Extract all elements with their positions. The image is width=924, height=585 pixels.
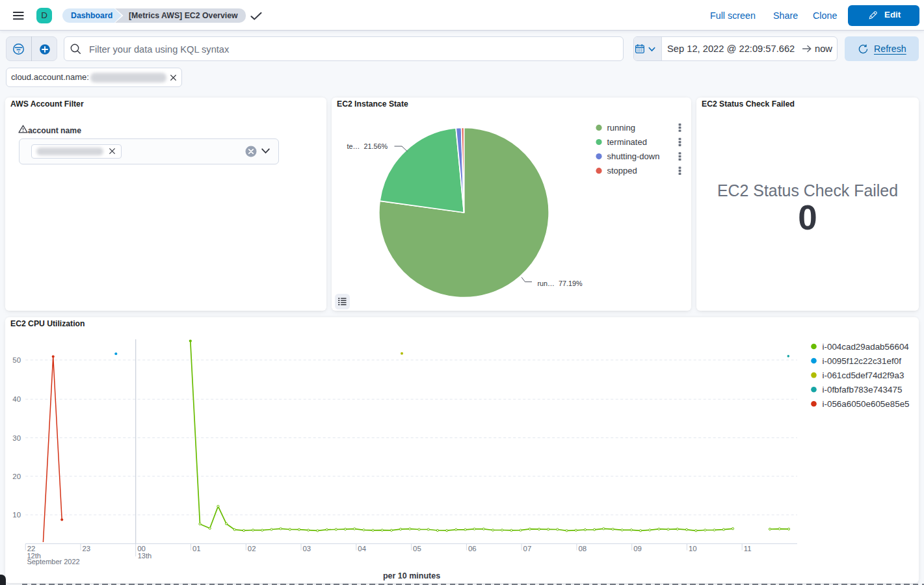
svg-text:September 2022: September 2022 <box>27 558 79 566</box>
svg-text:i-0fbfafb783e743475: i-0fbfafb783e743475 <box>823 385 903 395</box>
svg-text:30: 30 <box>12 434 21 442</box>
svg-text:i-061cd5def74d2f9a3: i-061cd5def74d2f9a3 <box>823 370 904 380</box>
svg-text:13th: 13th <box>138 552 152 560</box>
svg-text:50: 50 <box>12 356 21 364</box>
svg-text:01: 01 <box>192 545 201 552</box>
svg-text:per 10 minutes: per 10 minutes <box>383 571 440 580</box>
svg-text:10: 10 <box>12 511 21 519</box>
svg-text:07: 07 <box>523 545 532 552</box>
svg-text:23: 23 <box>83 545 91 552</box>
svg-text:00: 00 <box>137 545 146 552</box>
svg-text:te… 21.56%: te… 21.56% <box>347 142 388 150</box>
svg-text:20: 20 <box>12 473 21 480</box>
svg-text:09: 09 <box>633 545 642 552</box>
svg-text:02: 02 <box>248 545 256 552</box>
svg-text:22: 22 <box>27 545 36 552</box>
svg-text:40: 40 <box>12 395 21 403</box>
svg-text:10: 10 <box>689 545 697 552</box>
svg-text:i-0095f12c22c31ef0f: i-0095f12c22c31ef0f <box>823 356 902 366</box>
svg-text:terminated: terminated <box>607 137 647 147</box>
svg-text:stopped: stopped <box>607 166 637 176</box>
svg-text:03: 03 <box>303 545 311 552</box>
svg-text:08: 08 <box>578 545 587 552</box>
svg-text:06: 06 <box>468 545 477 552</box>
svg-text:05: 05 <box>413 545 421 552</box>
svg-text:shutting-down: shutting-down <box>607 151 660 161</box>
svg-text:running: running <box>607 123 635 133</box>
svg-text:11: 11 <box>744 545 752 552</box>
svg-text:run… 77.19%: run… 77.19% <box>538 280 583 287</box>
svg-text:i-056a6050e605e85e5: i-056a6050e605e85e5 <box>823 399 910 409</box>
svg-text:04: 04 <box>358 545 366 552</box>
svg-text:i-004cad29adab56604: i-004cad29adab56604 <box>823 342 910 352</box>
